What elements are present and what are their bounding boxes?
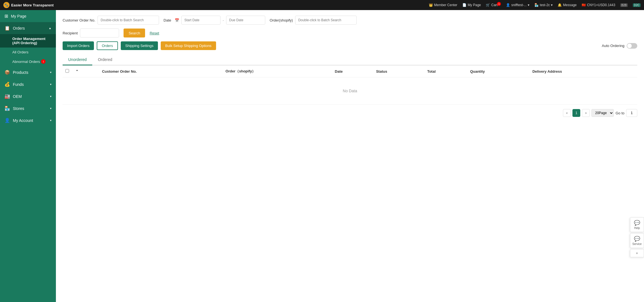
sidebar-item-funds[interactable]: 💰 Funds ▾: [0, 78, 56, 90]
order-shopify-input[interactable]: [295, 16, 357, 25]
tag-d2c[interactable]: D2C: [633, 3, 641, 7]
service-button[interactable]: 💬 Service: [630, 233, 644, 248]
sidebar-item-orders[interactable]: 📋 Orders ▲: [0, 22, 56, 34]
member-center-link[interactable]: 👑 Member Center: [429, 3, 457, 7]
sidebar-label-stores: Stores: [13, 106, 24, 111]
help-label: Help: [634, 226, 640, 230]
my-page-link[interactable]: 📄 My Page: [462, 3, 481, 7]
account-icon: 👤: [4, 118, 10, 123]
user-dropdown[interactable]: 👤 snifftest-... ▾: [506, 3, 529, 7]
table-container: ⌃ Customer Order No. Order（shopify） Date: [63, 65, 637, 105]
start-date-input[interactable]: [181, 16, 221, 25]
message-link[interactable]: 🔔 Message: [558, 3, 577, 7]
scroll-icon: ≡: [636, 252, 638, 255]
user-icon: 👤: [506, 3, 510, 7]
bell-icon: 🔔: [558, 3, 562, 7]
funds-icon: 💰: [4, 82, 10, 87]
action-buttons: Import Orders Orders Shipping Settings B…: [63, 41, 637, 50]
cart-icon: 🛒: [486, 3, 490, 7]
chevron-down-icon-store: ▾: [551, 3, 553, 7]
sidebar-item-my-page[interactable]: ⊞ My Page: [0, 10, 56, 22]
bulk-setup-button[interactable]: Bulk Setup Shipping Options: [161, 41, 216, 50]
page-1-button[interactable]: 1: [572, 109, 580, 117]
brand: 🐾 Easier More Transparent: [3, 2, 54, 8]
sidebar-item-oem[interactable]: 🏭 OEM ▾: [0, 90, 56, 102]
quantity-header: Quantity: [467, 65, 530, 77]
select-all-header[interactable]: [63, 65, 73, 77]
sidebar-subitem-abnormal-orders[interactable]: Abnormal Orders 1: [0, 57, 56, 66]
goto-input[interactable]: [626, 109, 637, 117]
sidebar-subitem-order-management[interactable]: Order Management (API Ordering): [0, 34, 56, 48]
reset-button[interactable]: Reset: [150, 31, 159, 35]
products-icon: 📦: [4, 70, 10, 75]
auto-ordering-label: Auto Ordering: [602, 44, 624, 48]
date-header: Date: [332, 65, 373, 77]
chevron-up-icon: ▲: [49, 27, 51, 30]
help-button[interactable]: 💬 Help: [630, 217, 644, 232]
scroll-widget[interactable]: ≡: [630, 249, 644, 257]
sidebar-label-products: Products: [13, 70, 28, 75]
select-all-checkbox[interactable]: [65, 69, 69, 73]
auto-ordering-toggle[interactable]: [627, 43, 637, 49]
table-body: No Data: [63, 77, 637, 105]
sidebar-item-products[interactable]: 📦 Products ▾: [0, 66, 56, 78]
no-data-cell: No Data: [63, 77, 637, 105]
goto-label: Go to: [615, 111, 624, 115]
calendar-icon[interactable]: 📅: [175, 18, 179, 22]
prev-page-button[interactable]: ‹: [563, 109, 571, 117]
next-page-button[interactable]: ›: [582, 109, 590, 117]
search-button[interactable]: Search: [124, 29, 145, 37]
sidebar-item-stores[interactable]: 🏪 Stores ▾: [0, 102, 56, 114]
recipient-label: Recipient: [63, 31, 78, 35]
chevron-down-icon-products: ▾: [50, 71, 51, 74]
sidebar-label-my-page: My Page: [11, 14, 26, 18]
orders-button[interactable]: Orders: [97, 41, 118, 50]
pagination: ‹ 1 › 20Page Go to: [63, 105, 637, 121]
sort-icon: ⌃: [75, 69, 79, 74]
customer-order-no-header: Customer Order No.: [99, 65, 223, 77]
order-shopify-field: Order(shopify): [270, 16, 357, 25]
service-icon: 💬: [634, 236, 640, 242]
sidebar-label-oem: OEM: [13, 94, 22, 99]
customer-order-input[interactable]: [98, 16, 159, 25]
brand-icon: 🐾: [3, 2, 10, 8]
flag-icon: 🇨🇳: [582, 3, 586, 7]
chevron-down-icon: ▾: [528, 3, 529, 7]
order-shopify-label: Order(shopify): [270, 18, 293, 22]
tab-unordered[interactable]: Unordered: [63, 55, 92, 65]
stores-icon: 🏪: [4, 106, 10, 111]
search-bar-2: Recipient Search Reset: [63, 29, 637, 37]
sort-header[interactable]: ⌃: [73, 65, 99, 77]
sidebar-item-my-account[interactable]: 👤 My Account ▾: [0, 114, 56, 126]
top-nav-right: 👑 Member Center 📄 My Page 🛒 Cart 1 👤 sni…: [429, 3, 641, 7]
page-size-select[interactable]: 20Page: [591, 109, 614, 117]
chevron-down-icon-funds: ▾: [50, 83, 51, 86]
date-field: Date 📅 -: [164, 16, 265, 25]
toggle-knob: [627, 44, 632, 48]
recipient-field: Recipient: [63, 29, 119, 37]
import-orders-button[interactable]: Import Orders: [63, 41, 94, 50]
tag-b2b[interactable]: B2B: [620, 3, 628, 7]
recipient-input[interactable]: [80, 29, 119, 37]
sidebar-label-abnormal-orders: Abnormal Orders: [12, 60, 40, 64]
help-icon: 💬: [634, 220, 640, 226]
customer-order-label: Customer Order No.: [63, 18, 95, 22]
shipping-settings-button[interactable]: Shipping Settings: [121, 41, 158, 50]
home-icon: ⊞: [4, 13, 8, 19]
end-date-input[interactable]: [226, 16, 265, 25]
table-header: ⌃ Customer Order No. Order（shopify） Date: [63, 65, 637, 77]
tab-ordered[interactable]: Ordered: [92, 55, 118, 65]
store-icon: 🏪: [534, 3, 539, 7]
sidebar-subitem-all-orders[interactable]: All Orders: [0, 48, 56, 57]
service-label: Service: [632, 242, 641, 246]
sidebar-label-orders: Orders: [13, 26, 25, 30]
orders-icon: 📋: [4, 25, 10, 31]
main-content: Customer Order No. Date 📅 - Order(shopif…: [56, 10, 644, 302]
sidebar-label-order-management: Order Management (API Ordering): [12, 37, 45, 45]
cart-badge: 1: [497, 2, 501, 6]
store-dropdown[interactable]: 🏪 test-2c ▾: [534, 3, 553, 7]
customer-order-field: Customer Order No.: [63, 16, 159, 25]
sidebar-label-all-orders: All Orders: [12, 50, 29, 54]
cart-link[interactable]: 🛒 Cart 1: [486, 3, 501, 7]
status-header: Status: [373, 65, 424, 77]
